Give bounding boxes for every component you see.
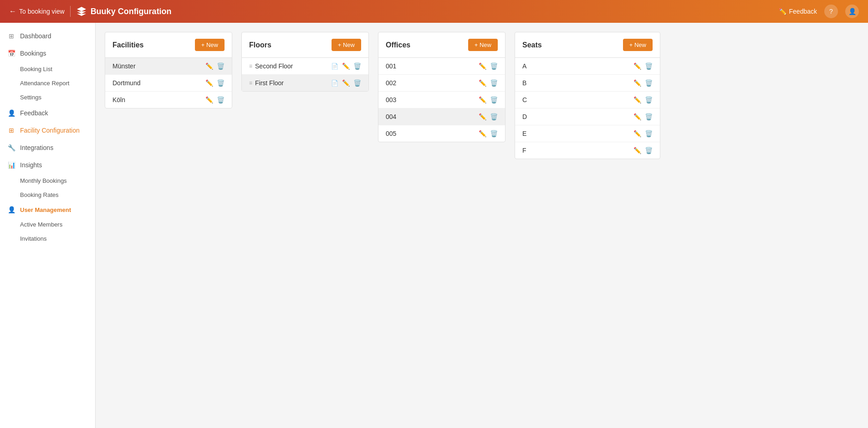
facility-koln-edit-icon[interactable]: ✏️ bbox=[205, 96, 213, 103]
feedback-sidebar-icon: 👤 bbox=[7, 109, 15, 117]
sidebar-item-monthly-bookings[interactable]: Monthly Bookings bbox=[0, 174, 95, 188]
floor-second-copy-icon[interactable]: 📄 bbox=[331, 63, 338, 70]
floors-panel: Floors + New ≡ Second Floor 📄 ✏️ 🗑️ ≡ Fi… bbox=[241, 32, 369, 92]
office-item-003[interactable]: 003 ✏️ 🗑️ bbox=[378, 92, 505, 108]
offices-new-button[interactable]: + New bbox=[468, 39, 498, 51]
user-avatar[interactable]: 👤 bbox=[845, 5, 859, 18]
seat-d-edit-icon[interactable]: ✏️ bbox=[633, 113, 641, 120]
office-003-edit-icon[interactable]: ✏️ bbox=[479, 96, 486, 103]
office-005-edit-icon[interactable]: ✏️ bbox=[479, 130, 486, 137]
office-005-delete-icon[interactable]: 🗑️ bbox=[490, 130, 498, 137]
floor-first-edit-icon[interactable]: ✏️ bbox=[342, 79, 350, 87]
sidebar-item-active-members[interactable]: Active Members bbox=[0, 217, 95, 232]
seats-panel-header: Seats + New bbox=[515, 32, 660, 58]
facility-dortmund-name: Dortmund bbox=[112, 79, 140, 87]
seat-f-edit-icon[interactable]: ✏️ bbox=[633, 147, 641, 154]
sidebar-insights-label: Insights bbox=[20, 161, 42, 169]
feedback-icon: ✏️ bbox=[779, 8, 786, 15]
floor-item-second[interactable]: ≡ Second Floor 📄 ✏️ 🗑️ bbox=[242, 58, 368, 75]
booking-list-label: Booking List bbox=[20, 66, 52, 72]
office-001-edit-icon[interactable]: ✏️ bbox=[479, 62, 486, 70]
office-002-delete-icon[interactable]: 🗑️ bbox=[490, 79, 498, 87]
user-management-label: User Management bbox=[20, 206, 71, 213]
seat-c-actions: ✏️ 🗑️ bbox=[633, 96, 653, 103]
floor-first-actions: 📄 ✏️ 🗑️ bbox=[331, 79, 361, 87]
facility-dortmund-edit-icon[interactable]: ✏️ bbox=[205, 79, 213, 87]
office-002-name: 002 bbox=[386, 79, 396, 87]
floor-first-delete-icon[interactable]: 🗑️ bbox=[353, 79, 361, 87]
seat-a-name: A bbox=[522, 62, 526, 70]
app-title: Buuky Configuration bbox=[76, 6, 172, 17]
facility-item-munster[interactable]: Münster ✏️ 🗑️ bbox=[105, 58, 232, 75]
office-item-002[interactable]: 002 ✏️ 🗑️ bbox=[378, 75, 505, 92]
feedback-button[interactable]: ✏️ Feedback bbox=[779, 8, 817, 15]
office-001-delete-icon[interactable]: 🗑️ bbox=[490, 62, 498, 70]
help-button[interactable]: ? bbox=[824, 5, 838, 18]
seat-c-edit-icon[interactable]: ✏️ bbox=[633, 96, 641, 103]
sidebar-feedback-label: Feedback bbox=[20, 109, 48, 117]
seat-c-delete-icon[interactable]: 🗑️ bbox=[645, 96, 653, 103]
floor-second-delete-icon[interactable]: 🗑️ bbox=[353, 62, 361, 70]
seat-e-actions: ✏️ 🗑️ bbox=[633, 130, 653, 137]
sidebar-integrations-label: Integrations bbox=[20, 144, 53, 151]
sidebar-item-integrations[interactable]: 🔧 Integrations bbox=[0, 139, 95, 156]
floors-new-button[interactable]: + New bbox=[332, 39, 361, 51]
facility-munster-edit-icon[interactable]: ✏️ bbox=[205, 62, 213, 70]
seat-item-a[interactable]: A ✏️ 🗑️ bbox=[515, 58, 660, 75]
facilities-panel: Facilities + New Münster ✏️ 🗑️ Dortmund … bbox=[105, 32, 232, 108]
seat-f-delete-icon[interactable]: 🗑️ bbox=[645, 147, 653, 154]
seat-d-delete-icon[interactable]: 🗑️ bbox=[645, 113, 653, 120]
seat-a-actions: ✏️ 🗑️ bbox=[633, 62, 653, 70]
seats-new-button[interactable]: + New bbox=[623, 39, 653, 51]
office-item-001[interactable]: 001 ✏️ 🗑️ bbox=[378, 58, 505, 75]
office-004-actions: ✏️ 🗑️ bbox=[479, 113, 498, 120]
sidebar-item-bookings[interactable]: 📅 Bookings bbox=[0, 45, 95, 62]
floor-second-edit-icon[interactable]: ✏️ bbox=[342, 62, 350, 70]
sidebar-item-booking-rates[interactable]: Booking Rates bbox=[0, 188, 95, 202]
seat-d-actions: ✏️ 🗑️ bbox=[633, 113, 653, 120]
office-002-edit-icon[interactable]: ✏️ bbox=[479, 79, 486, 87]
seat-item-d[interactable]: D ✏️ 🗑️ bbox=[515, 108, 660, 125]
sidebar-item-user-management[interactable]: 👤 User Management bbox=[0, 202, 95, 217]
seats-panel: Seats + New A ✏️ 🗑️ B ✏️ 🗑️ bbox=[515, 32, 660, 159]
facility-item-dortmund[interactable]: Dortmund ✏️ 🗑️ bbox=[105, 75, 232, 92]
seat-e-edit-icon[interactable]: ✏️ bbox=[633, 130, 641, 137]
floors-panel-header: Floors + New bbox=[242, 32, 368, 58]
sidebar-item-feedback[interactable]: 👤 Feedback bbox=[0, 104, 95, 122]
seat-a-edit-icon[interactable]: ✏️ bbox=[633, 62, 641, 70]
floor-second-name: Second Floor bbox=[255, 62, 331, 70]
sidebar-item-insights[interactable]: 📊 Insights bbox=[0, 156, 95, 174]
sidebar-item-booking-list[interactable]: Booking List bbox=[0, 62, 95, 76]
sidebar-item-settings[interactable]: Settings bbox=[0, 90, 95, 104]
facility-munster-delete-icon[interactable]: 🗑️ bbox=[217, 62, 225, 70]
seat-item-c[interactable]: C ✏️ 🗑️ bbox=[515, 92, 660, 108]
office-003-delete-icon[interactable]: 🗑️ bbox=[490, 96, 498, 103]
facility-item-koln[interactable]: Köln ✏️ 🗑️ bbox=[105, 92, 232, 108]
sidebar-item-invitations[interactable]: Invitations bbox=[0, 232, 95, 246]
facility-icon: ⊞ bbox=[7, 126, 15, 134]
seat-b-delete-icon[interactable]: 🗑️ bbox=[645, 79, 653, 87]
settings-label: Settings bbox=[20, 94, 41, 101]
office-item-005[interactable]: 005 ✏️ 🗑️ bbox=[378, 125, 505, 142]
office-004-edit-icon[interactable]: ✏️ bbox=[479, 113, 486, 120]
seat-e-delete-icon[interactable]: 🗑️ bbox=[645, 130, 653, 137]
office-004-delete-icon[interactable]: 🗑️ bbox=[490, 113, 498, 120]
sidebar-item-facility-configuration[interactable]: ⊞ Facility Configuration bbox=[0, 122, 95, 139]
facility-dortmund-delete-icon[interactable]: 🗑️ bbox=[217, 79, 225, 87]
seat-b-edit-icon[interactable]: ✏️ bbox=[633, 79, 641, 87]
seat-a-delete-icon[interactable]: 🗑️ bbox=[645, 62, 653, 70]
floors-title: Floors bbox=[249, 41, 271, 49]
main-layout: ⊞ Dashboard 📅 Bookings Booking List Atte… bbox=[0, 23, 868, 428]
seat-item-e[interactable]: E ✏️ 🗑️ bbox=[515, 125, 660, 142]
sidebar-item-attendance-report[interactable]: Attendance Report bbox=[0, 76, 95, 90]
back-to-booking-link[interactable]: ← To booking view bbox=[9, 7, 65, 15]
facility-koln-delete-icon[interactable]: 🗑️ bbox=[217, 96, 225, 103]
seat-item-b[interactable]: B ✏️ 🗑️ bbox=[515, 75, 660, 92]
facilities-title: Facilities bbox=[112, 41, 143, 49]
floor-first-copy-icon[interactable]: 📄 bbox=[331, 80, 338, 87]
facilities-new-button[interactable]: + New bbox=[195, 39, 225, 51]
sidebar-item-dashboard[interactable]: ⊞ Dashboard bbox=[0, 27, 95, 45]
office-item-004[interactable]: 004 ✏️ 🗑️ bbox=[378, 108, 505, 125]
floor-item-first[interactable]: ≡ First Floor 📄 ✏️ 🗑️ bbox=[242, 75, 368, 91]
seat-item-f[interactable]: F ✏️ 🗑️ bbox=[515, 142, 660, 159]
